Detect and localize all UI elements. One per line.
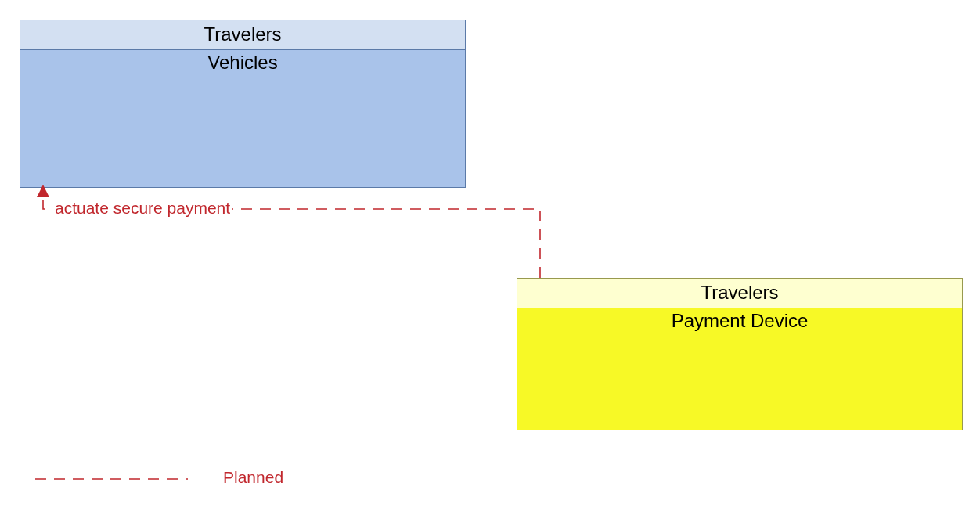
entity-body-label: Vehicles [20, 50, 465, 74]
entity-header-vehicles: Travelers [20, 20, 465, 50]
legend-label-planned: Planned [223, 468, 283, 487]
entity-header-label: Travelers [204, 23, 281, 45]
entity-box-vehicles: Travelers Vehicles [20, 20, 466, 188]
entity-header-label: Travelers [701, 282, 778, 303]
entity-body-label: Payment Device [517, 308, 962, 332]
legend-label-text: Planned [223, 468, 283, 486]
flow-label-actuate-secure-payment: actuate secure payment [53, 199, 232, 218]
entity-body-vehicles: Vehicles [20, 50, 465, 187]
flow-label-text: actuate secure payment [55, 199, 230, 217]
entity-body-payment-device: Payment Device [517, 308, 962, 430]
entity-header-payment-device: Travelers [517, 279, 962, 308]
entity-box-payment-device: Travelers Payment Device [517, 278, 963, 430]
legend-line-planned [35, 477, 192, 481]
